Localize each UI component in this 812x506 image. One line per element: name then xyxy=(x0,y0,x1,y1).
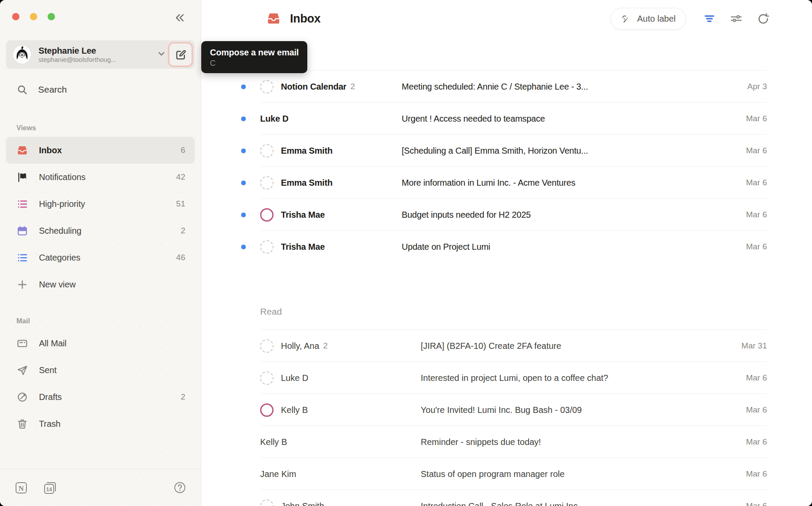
email-subject: Interested in project Lumi, open to a co… xyxy=(421,373,733,383)
sidebar-item-sent[interactable]: Sent xyxy=(6,357,195,384)
email-date: Mar 6 xyxy=(746,178,767,187)
compose-pencil-icon xyxy=(175,49,187,61)
sidebar-item-label: Scheduling xyxy=(39,226,81,236)
email-list: Notion Calendar2 Meeting scheduled: Anni… xyxy=(201,70,812,506)
notifications-flag-icon xyxy=(16,171,28,183)
unread-dot xyxy=(241,148,246,153)
notion-calendar-icon[interactable]: 14 xyxy=(42,480,58,496)
email-subject: Urgent ! Access needed to teamspace xyxy=(402,114,733,124)
email-sender: Kelly B xyxy=(281,405,308,415)
email-row[interactable]: Trisha Mae Budget inputs needed for H2 2… xyxy=(201,199,812,231)
search-button[interactable]: Search xyxy=(6,79,195,100)
new-view-button[interactable]: New view xyxy=(6,271,195,298)
sidebar-item-drafts[interactable]: Drafts 2 xyxy=(6,384,195,410)
email-sender: Trisha Mae xyxy=(281,210,325,220)
sidebar-item-label: All Mail xyxy=(39,338,67,348)
email-row[interactable]: Emma Smith [Scheduling a Call] Emma Smit… xyxy=(201,135,812,167)
thread-count: 2 xyxy=(323,341,328,351)
email-subject: You're Invited! Lumi Inc. Bug Bash - 03/… xyxy=(421,405,733,415)
notion-logo-icon[interactable]: N xyxy=(13,480,29,496)
email-row[interactable]: Luke D Urgent ! Access needed to teamspa… xyxy=(201,103,812,135)
help-icon[interactable] xyxy=(171,480,188,496)
sidebar-nav: Views Inbox 6 Notifications 42 High xyxy=(6,119,195,437)
zoom-window-button[interactable] xyxy=(48,13,55,20)
avatar-placeholder[interactable] xyxy=(260,176,274,190)
avatar-placeholder[interactable] xyxy=(260,80,274,93)
tooltip-shortcut: C xyxy=(210,58,299,68)
email-date: Apr 3 xyxy=(748,82,767,91)
inbox-icon xyxy=(16,145,28,156)
calendar-icon xyxy=(16,225,28,237)
refresh-icon[interactable] xyxy=(755,11,771,26)
sidebar-item-label: Trash xyxy=(39,419,61,429)
sidebar-footer: N 14 xyxy=(0,469,201,506)
sidebar-item-notifications[interactable]: Notifications 42 xyxy=(6,164,195,190)
email-date: Mar 6 xyxy=(746,146,767,155)
account-info: Stephanie Lee stephanie@toolsforthoug... xyxy=(39,45,157,64)
email-row[interactable]: Emma Smith More information in Lumi Inc.… xyxy=(201,167,812,199)
collapse-sidebar-button[interactable] xyxy=(171,10,188,26)
svg-text:14: 14 xyxy=(46,487,52,493)
sidebar-item-count: 46 xyxy=(176,253,185,262)
sidebar-item-inbox[interactable]: Inbox 6 xyxy=(6,137,195,164)
email-row[interactable]: Holly, Ana2 [JIRA] (B2FA-10) Create 2FA … xyxy=(201,330,812,362)
inbox-icon xyxy=(266,11,281,26)
email-sender: Holly, Ana xyxy=(281,341,319,351)
email-sender: Trisha Mae xyxy=(281,242,325,252)
email-row[interactable]: Kelly B You're Invited! Lumi Inc. Bug Ba… xyxy=(201,394,812,426)
sidebar-item-high-priority[interactable]: High-priority 51 xyxy=(6,190,195,217)
plus-icon xyxy=(16,279,28,290)
all-mail-icon xyxy=(16,338,28,349)
sidebar-item-label: High-priority xyxy=(39,199,85,209)
sent-icon xyxy=(16,364,28,376)
avatar-ring[interactable] xyxy=(260,403,274,417)
email-date: Mar 6 xyxy=(746,437,767,447)
email-row[interactable]: John Smith Introduction Call - Sales Rol… xyxy=(201,490,812,506)
sidebar-item-trash[interactable]: Trash xyxy=(6,410,195,437)
compose-button[interactable] xyxy=(169,43,192,66)
avatar-placeholder[interactable] xyxy=(260,240,274,254)
sidebar-item-count: 2 xyxy=(180,226,185,235)
email-row[interactable]: Luke D Interested in project Lumi, open … xyxy=(201,362,812,394)
avatar-placeholder[interactable] xyxy=(260,339,274,353)
unread-dot xyxy=(241,213,246,217)
email-sender: Luke D xyxy=(281,373,308,383)
double-chevron-left-icon xyxy=(172,10,187,25)
trash-icon xyxy=(16,418,28,430)
minimize-window-button[interactable] xyxy=(30,13,37,20)
sidebar-item-categories[interactable]: Categories 46 xyxy=(6,244,195,271)
account-email: stephanie@toolsforthoug... xyxy=(39,56,157,64)
email-date: Mar 6 xyxy=(746,501,767,506)
unread-dot xyxy=(241,245,246,249)
email-row[interactable]: Notion Calendar2 Meeting scheduled: Anni… xyxy=(201,71,812,103)
sidebar-item-scheduling[interactable]: Scheduling 2 xyxy=(6,217,195,244)
email-sender: Emma Smith xyxy=(281,146,332,156)
sidebar-item-count: 2 xyxy=(180,392,185,402)
sidebar-item-label: New view xyxy=(39,280,76,290)
search-icon xyxy=(16,84,28,96)
unread-dot xyxy=(241,180,246,185)
email-subject: Status of open program manager role xyxy=(421,469,733,479)
mail-list-pane: Inbox Auto label xyxy=(201,0,812,506)
email-sender: Kelly B xyxy=(260,437,287,447)
sidebar-item-all-mail[interactable]: All Mail xyxy=(6,330,195,357)
account-switcher[interactable]: Stephanie Lee stephanie@toolsforthoug... xyxy=(6,40,195,69)
avatar-placeholder[interactable] xyxy=(260,500,274,506)
avatar-placeholder[interactable] xyxy=(260,144,274,158)
sidebar-item-label: Notifications xyxy=(39,172,86,182)
list-icon xyxy=(16,198,28,210)
email-row[interactable]: Kelly B Reminder - snippets due today! M… xyxy=(201,426,812,458)
avatar-ring[interactable] xyxy=(260,208,274,222)
ai-face-icon xyxy=(621,13,632,24)
sidebar-item-count: 51 xyxy=(176,199,185,209)
auto-label-button[interactable]: Auto label xyxy=(610,8,686,30)
email-subject: Meeting scheduled: Annie C / Stephanie L… xyxy=(402,82,735,92)
tooltip-title: Compose a new email xyxy=(210,47,299,58)
avatar-placeholder[interactable] xyxy=(260,371,274,385)
close-window-button[interactable] xyxy=(12,13,19,20)
email-row[interactable]: Trisha Mae Update on Project Lumi Mar 6 xyxy=(201,231,812,263)
email-row[interactable]: Jane Kim Status of open program manager … xyxy=(201,458,812,490)
display-settings-icon[interactable] xyxy=(728,11,744,26)
compose-tooltip: Compose a new email C xyxy=(201,41,307,73)
filter-icon[interactable] xyxy=(702,11,717,26)
